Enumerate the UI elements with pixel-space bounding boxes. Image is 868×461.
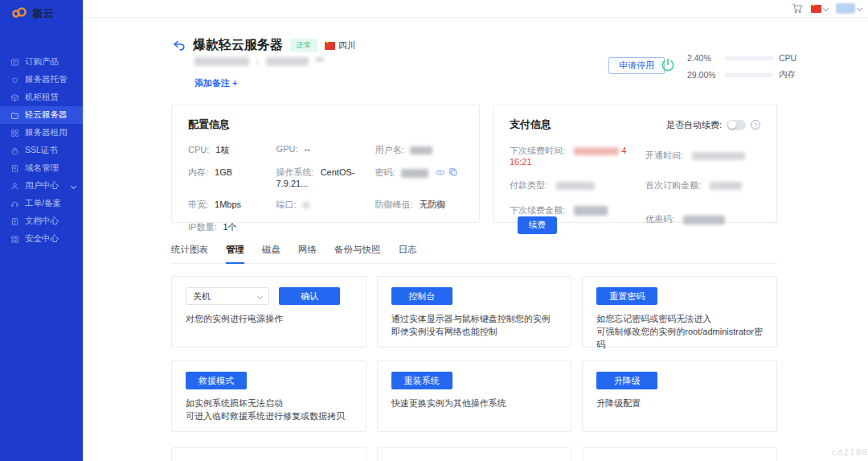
copy-password-icon[interactable] — [449, 168, 457, 178]
server-rent-icon — [10, 129, 19, 138]
renew-button[interactable]: 续费 — [518, 216, 557, 234]
reset-password-button[interactable]: 重置密码 — [596, 287, 657, 305]
user-icon — [10, 182, 19, 191]
config-field-password: 密码: — [375, 167, 463, 188]
cpu-percent: 2.40% — [687, 53, 719, 63]
docs-icon — [10, 217, 19, 226]
power-action-select[interactable]: 关机 — [186, 287, 269, 305]
id-divider: | — [256, 57, 259, 66]
brand-logo[interactable]: 极云 — [0, 0, 83, 23]
region-label: 四川 — [338, 39, 356, 51]
cloud-logo-icon — [10, 6, 28, 22]
redacted-port — [303, 202, 309, 208]
account-menu[interactable] — [836, 3, 862, 14]
sidebar-menu: 订购产品 服务器托管 机柜租赁 轻云服务器 服务器租用 SSL证书 — [0, 53, 83, 248]
tab-disk[interactable]: 磁盘 — [262, 244, 280, 256]
sidebar-item-light-cloud-server[interactable]: 轻云服务器 — [0, 106, 83, 124]
memory-bar — [725, 73, 773, 77]
redacted-small — [316, 57, 324, 62]
ticket-icon — [10, 200, 19, 208]
auto-renew-toggle[interactable] — [727, 120, 746, 130]
show-password-eye-icon[interactable] — [436, 168, 445, 178]
payment-field-open-time: 开通时间: — [645, 150, 760, 162]
upgrade-downgrade-desc: 升降级配置 — [596, 397, 763, 410]
help-icon[interactable]: ? — [751, 120, 760, 130]
reinstall-system-card: 重装系统 快速更换实例为其他操作系统 — [377, 360, 572, 432]
tab-backup-snapshot[interactable]: 备份与快照 — [334, 244, 381, 256]
sidebar-item-ssl-certificate[interactable]: SSL证书 — [0, 142, 83, 159]
config-field-bandwidth: 带宽:1Mbps — [188, 199, 276, 211]
rescue-mode-card: 救援模式 如实例系统损坏无法启动 可进入临时救援系统进行修复或数据拷贝 — [171, 360, 366, 432]
brand-name: 极云 — [32, 6, 55, 21]
reinstall-system-desc: 快速更换实例为其他操作系统 — [391, 397, 558, 410]
console-desc: 通过实体显示器与鼠标键盘控制您的实例 即使实例没有网络也能控制 — [391, 312, 558, 338]
reinstall-system-button[interactable]: 重装系统 — [391, 372, 452, 389]
server-id-row: | — [194, 57, 324, 66]
reset-password-desc: 如您忘记密码或密码无法进入 可强制修改您的实例的root/administrat… — [596, 312, 763, 351]
top-header — [83, 0, 868, 18]
confirm-button[interactable]: 确认 — [279, 287, 340, 305]
upgrade-downgrade-card: 升降级 升降级配置 — [582, 360, 777, 432]
status-badge: 正常 — [290, 39, 317, 52]
redacted-renewal-amount — [574, 206, 608, 216]
usage-meters: 2.40% CPU 29.00% 内存 — [687, 53, 800, 80]
memory-meter: 29.00% 内存 — [687, 69, 800, 80]
power-operation-desc: 对您的实例进行电源操作 — [186, 312, 352, 325]
language-flag-selector[interactable] — [811, 5, 828, 13]
sidebar-item-user-center[interactable]: 用户中心 — [0, 177, 83, 195]
cpu-bar — [725, 56, 773, 60]
sidebar-item-security-center[interactable]: 安全中心 — [0, 230, 83, 248]
tab-logs[interactable]: 日志 — [399, 244, 417, 256]
reset-password-card: 重置密码 如您忘记密码或密码无法进入 可强制修改您的实例的root/admini… — [582, 276, 777, 348]
rescue-mode-desc: 如实例系统损坏无法启动 可进入临时救援系统进行修复或数据拷贝 — [186, 397, 352, 422]
add-note-link[interactable]: 添加备注 + — [194, 77, 237, 89]
config-field-username: 用户名: — [375, 144, 463, 156]
sidebar-item-server-rental[interactable]: 服务器租用 — [0, 124, 83, 142]
payment-card-title: 支付信息 — [510, 117, 551, 132]
sidebar-item-cabinet-rental[interactable]: 机柜租赁 — [0, 88, 83, 106]
sidebar-item-ticket-filing[interactable]: 工单/备案 — [0, 195, 83, 212]
detail-tabs: 统计图表 管理 磁盘 网络 备份与快照 日志 — [171, 244, 777, 264]
payment-info-card: 支付信息 是否自动续费: ? 下次续费时间: 4 16:21 开通时间: 付款类… — [493, 105, 777, 223]
tab-network[interactable]: 网络 — [298, 244, 317, 256]
tab-management[interactable]: 管理 — [226, 244, 244, 256]
chevron-down-icon — [71, 183, 76, 188]
app-window: 极云 订购产品 服务器托管 机柜租赁 轻云服务器 服务器租用 — [0, 0, 868, 461]
config-field-gpu: GPU:-- — [276, 144, 375, 156]
auto-renew-row: 是否自动续费: ? — [666, 119, 760, 131]
memory-label: 内存 — [779, 69, 800, 80]
power-operation-card: 关机 确认 对您的实例进行电源操作 — [171, 276, 366, 348]
console-card: 控制台 通过实体显示器与鼠标键盘控制您的实例 即使实例没有网络也能控制 — [377, 276, 572, 348]
sidebar-item-domain-management[interactable]: 域名管理 — [0, 159, 83, 177]
redacted-renewal-date — [574, 147, 619, 155]
tab-statistics[interactable]: 统计图表 — [171, 244, 208, 256]
console-button[interactable]: 控制台 — [391, 287, 452, 305]
upgrade-downgrade-button[interactable]: 升降级 — [596, 372, 657, 389]
config-field-os: 操作系统:CentOS-7.9.21... — [276, 167, 375, 188]
sidebar-item-server-hosting[interactable]: 服务器托管 — [0, 71, 83, 88]
chevron-down-icon — [823, 6, 829, 11]
sidebar-item-order-products[interactable]: 订购产品 — [0, 53, 83, 71]
chevron-down-icon — [857, 6, 862, 11]
power-icon[interactable] — [660, 57, 676, 76]
payment-field-payment-type: 付款类型: — [510, 179, 645, 191]
cloud-server-icon — [10, 111, 19, 120]
back-button[interactable] — [173, 40, 186, 51]
country-flag-icon — [811, 5, 821, 13]
partial-cards-row — [171, 447, 777, 461]
payment-field-coupon-code: 优惠码: — [645, 213, 760, 225]
apply-disable-button[interactable]: 申请停用 — [608, 57, 665, 74]
order-icon — [10, 58, 19, 67]
sidebar-item-docs-center[interactable]: 文档中心 — [0, 212, 83, 230]
cpu-label: CPU — [779, 53, 800, 63]
region-flag-icon — [325, 42, 335, 50]
redacted-open-time — [692, 152, 745, 160]
rescue-mode-button[interactable]: 救援模式 — [186, 372, 247, 389]
cart-icon[interactable] — [792, 3, 803, 14]
region-info: 四川 — [325, 39, 356, 51]
redacted-server-ip — [266, 57, 309, 66]
security-icon — [10, 235, 19, 244]
config-info-card: 配置信息 CPU:1核 GPU:-- 用户名: 内存:1GB 操作系统:Cent… — [171, 105, 480, 223]
cabinet-icon — [10, 93, 19, 102]
config-field-port: 端口: — [276, 199, 375, 211]
